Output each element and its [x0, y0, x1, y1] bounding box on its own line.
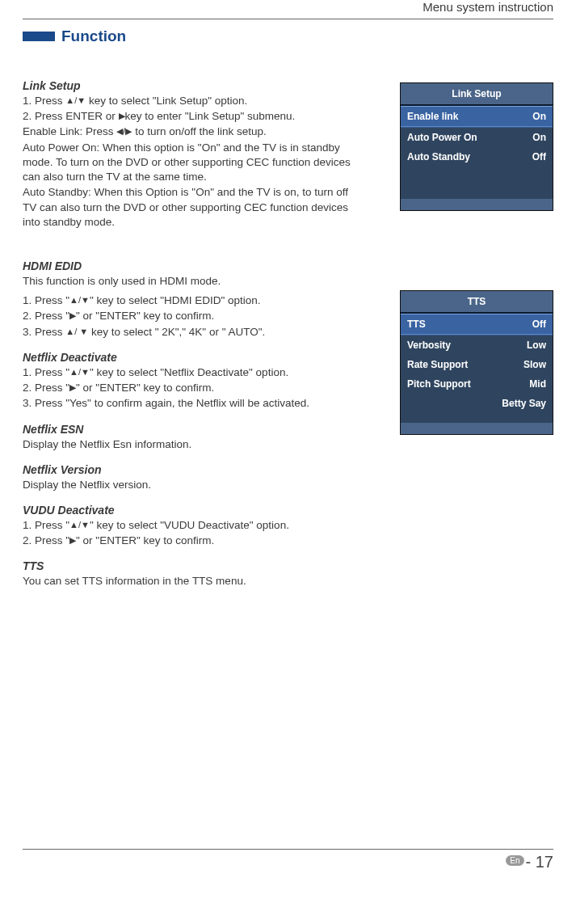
right-icon: ▶: [69, 382, 76, 394]
netflix-deactivate-step-1: 1. Press "▲/▼" key to select "Netflix De…: [23, 365, 309, 380]
menu-label: Verbosity: [407, 340, 451, 351]
menu-value: Off: [532, 319, 546, 330]
up-down-icon: ▲/▼: [65, 95, 86, 107]
menu-value: Mid: [529, 378, 546, 390]
menu-row-verbosity[interactable]: Verbosity Low: [401, 335, 553, 355]
netflix-version-body: Display the Netflix version.: [23, 478, 309, 492]
netflix-version-heading: Netflix Version: [23, 463, 309, 476]
function-header: Function: [23, 27, 553, 45]
netflix-deactivate-step-2: 2. Press "▶" or "ENTER" key to confirm.: [23, 381, 309, 395]
menu-row-rate-support[interactable]: Rate Support Slow: [401, 355, 553, 374]
menu-label: TTS: [407, 319, 426, 330]
left-right-icon: ◀/▶: [116, 125, 132, 137]
right-icon: ▶: [69, 534, 76, 546]
header-divider: [23, 19, 553, 19]
menu-label: Enable link: [407, 111, 458, 122]
link-setup-autopoweron: Auto Power On: When this option is "On" …: [23, 141, 362, 185]
vudu-deactivate-heading: VUDU Deactivate: [23, 504, 309, 517]
header-section: Menu system instruction: [23, 0, 553, 14]
netflix-deactivate-step-3: 3. Press "Yes" to confirm again, the Net…: [23, 396, 309, 411]
menu-value: On: [532, 111, 546, 122]
link-setup-menu: Link Setup Enable link On Auto Power On …: [400, 82, 553, 211]
link-setup-enable: Enable Link: Press ◀/▶ to turn on/off th…: [23, 124, 362, 139]
menu-label: Auto Power On: [407, 132, 477, 143]
menu-row-auto-standby[interactable]: Auto Standby Off: [401, 147, 553, 167]
menu-label: Rate Support: [407, 359, 468, 370]
menu-row-voice[interactable]: Betty Say: [401, 394, 553, 413]
netflix-esn-heading: Netflix ESN: [23, 423, 309, 436]
menu-value: On: [532, 132, 546, 143]
tts-menu: TTS TTS Off Verbosity Low Rate Support S…: [400, 290, 553, 435]
page-footer: En - 17: [23, 849, 553, 871]
right-icon: ▶: [69, 310, 76, 322]
function-title: Function: [61, 27, 126, 45]
tts-heading: TTS: [23, 559, 309, 572]
netflix-deactivate-heading: Netflix Deactivate: [23, 351, 309, 364]
up-down-icon: ▲/▼: [69, 366, 90, 378]
function-bar: [23, 32, 55, 41]
link-setup-heading: Link Setup: [23, 79, 362, 92]
menu-value: Slow: [523, 359, 546, 370]
hdmi-edid-step-2: 2. Press "▶" or "ENTER" key to confirm.: [23, 309, 309, 323]
menu-row-pitch-support[interactable]: Pitch Support Mid: [401, 374, 553, 394]
hdmi-edid-intro: This function is only used in HDMI mode.: [23, 274, 309, 289]
link-setup-menu-title: Link Setup: [401, 83, 553, 104]
page-number: - 17: [526, 853, 553, 871]
menu-value: Off: [532, 151, 546, 162]
hdmi-edid-step-3: 3. Press ▲/ ▼ key to select " 2K"," 4K" …: [23, 325, 309, 340]
menu-row-auto-power-on[interactable]: Auto Power On On: [401, 128, 553, 147]
tts-body: You can set TTS information in the TTS m…: [23, 574, 309, 589]
menu-value: Low: [527, 340, 546, 351]
menu-row-enable-link[interactable]: Enable link On: [401, 107, 553, 126]
up-down-icon: ▲/▼: [69, 294, 90, 306]
menu-value: Betty Say: [502, 398, 546, 409]
link-setup-step-2: 2. Press ENTER or ▶key to enter "Link Se…: [23, 109, 362, 124]
right-icon: ▶: [119, 110, 125, 122]
link-setup-autostandby: Auto Standby: When this Option is "On" a…: [23, 185, 362, 230]
vudu-deactivate-step-2: 2. Press "▶" or "ENTER" key to confirm.: [23, 534, 309, 548]
hdmi-edid-step-1: 1. Press "▲/▼" key to select "HDMI EDID"…: [23, 293, 309, 308]
lang-badge: En: [506, 855, 523, 866]
menu-row-tts[interactable]: TTS Off: [401, 314, 553, 334]
vudu-deactivate-step-1: 1. Press "▲/▼" key to select "VUDU Deact…: [23, 518, 309, 533]
up-down-icon: ▲/▼: [69, 519, 90, 531]
up-down-icon: ▲/ ▼: [65, 326, 88, 338]
menu-label: Auto Standby: [407, 151, 470, 162]
tts-menu-title: TTS: [401, 291, 553, 312]
netflix-esn-body: Display the Netflix Esn information.: [23, 437, 309, 452]
hdmi-edid-heading: HDMI EDID: [23, 259, 309, 272]
menu-label: Pitch Support: [407, 378, 471, 390]
link-setup-step-1: 1. Press ▲/▼ key to select "Link Setup" …: [23, 94, 362, 108]
